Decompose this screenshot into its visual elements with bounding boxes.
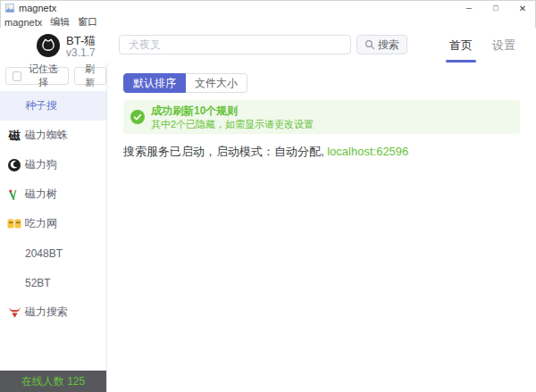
sidebar: 记住选择 刷新 种子搜 磁 磁力蜘蛛 磁力狗 xyxy=(0,63,107,392)
search-button[interactable]: 搜索 xyxy=(356,35,407,54)
tab-file-size[interactable]: 文件大小 xyxy=(186,73,247,93)
search-icon xyxy=(364,39,375,50)
online-count-bar: 在线人数 125 xyxy=(0,371,106,392)
sidebar-item-chili-wang[interactable]: 吃力网 xyxy=(0,209,106,238)
success-alert: 成功刷新10个规则 其中2个已隐藏，如需显示请更改设置 xyxy=(123,100,520,134)
magnet-tree-icon xyxy=(7,188,21,202)
sidebar-item-label: 磁力搜索 xyxy=(25,304,68,320)
sidebar-item-2048bt[interactable]: 2048BT xyxy=(0,238,106,268)
sidebar-item-zhongzisou[interactable]: 种子搜 xyxy=(0,91,106,121)
sidebar-item-label: 种子搜 xyxy=(25,98,57,113)
tab-default-sort[interactable]: 默认排序 xyxy=(123,73,186,93)
sidebar-item-label: 磁力树 xyxy=(25,187,57,202)
menu-item-edit[interactable]: 编辑 xyxy=(50,15,70,29)
online-count-label: 在线人数 125 xyxy=(21,374,85,389)
refresh-button[interactable]: 刷新 xyxy=(74,67,106,85)
menu-item-window[interactable]: 窗口 xyxy=(78,15,97,29)
success-check-icon xyxy=(130,110,145,124)
window-title: magnetx xyxy=(19,3,56,13)
titlebar: magnetx ─ □ ✕ xyxy=(0,0,536,16)
status-text: 搜索服务已启动，启动模式：自动分配, xyxy=(123,145,327,158)
tab-home[interactable]: 首页 xyxy=(440,28,482,63)
sidebar-item-label: 52BT xyxy=(25,277,51,289)
window-controls: ─ □ ✕ xyxy=(456,0,536,16)
localhost-link[interactable]: localhost:62596 xyxy=(327,145,408,158)
alert-description: 其中2个已隐藏，如需显示请更改设置 xyxy=(151,118,314,130)
app-window: magnetx ─ □ ✕ magnetx 编辑 窗口 BT-猫 v3.1.7 … xyxy=(0,0,536,392)
source-list: 种子搜 磁 磁力蜘蛛 磁力狗 磁力树 xyxy=(0,91,106,327)
sidebar-item-label: 吃力网 xyxy=(25,216,57,231)
minimize-button[interactable]: ─ xyxy=(456,0,482,16)
sidebar-item-cili-sousuo[interactable]: 磁力搜索 xyxy=(0,297,106,327)
service-status-line: 搜索服务已启动，启动模式：自动分配, localhost:62596 xyxy=(123,144,520,160)
close-button[interactable]: ✕ xyxy=(509,0,536,16)
chili-net-icon xyxy=(7,217,21,231)
sidebar-item-cili-zhizhu[interactable]: 磁 磁力蜘蛛 xyxy=(0,121,106,150)
main-content: 默认排序 文件大小 成功刷新10个规则 其中2个已隐藏，如需显示请更改设置 搜索… xyxy=(107,63,536,392)
menubar: magnetx 编辑 窗口 xyxy=(0,16,536,28)
remember-choice-label: 记住选择 xyxy=(25,63,61,89)
tab-settings[interactable]: 设置 xyxy=(482,28,525,63)
search-button-label: 搜索 xyxy=(378,38,399,53)
sidebar-item-label: 磁力狗 xyxy=(25,157,57,172)
sidebar-item-label: 磁力蜘蛛 xyxy=(25,128,68,143)
app-icon xyxy=(5,4,14,13)
magnet-spider-icon: 磁 xyxy=(7,129,21,143)
maximize-button[interactable]: □ xyxy=(482,0,509,16)
alert-title: 成功刷新10个规则 xyxy=(151,104,314,118)
header: BT-猫 v3.1.7 搜索 首页 设置 xyxy=(0,28,536,63)
magnet-dog-icon xyxy=(7,158,21,172)
search-input[interactable] xyxy=(119,35,351,54)
sort-tab-group: 默认排序 文件大小 xyxy=(123,73,520,93)
sidebar-item-cili-gou[interactable]: 磁力狗 xyxy=(0,150,106,179)
sidebar-item-label: 2048BT xyxy=(25,247,63,260)
remember-choice-button[interactable]: 记住选择 xyxy=(5,67,69,85)
menu-item-magnetx[interactable]: magnetx xyxy=(4,17,42,28)
magnet-bull-icon xyxy=(7,305,21,320)
sidebar-item-cili-shu[interactable]: 磁力树 xyxy=(0,179,106,209)
sidebar-item-52bt[interactable]: 52BT xyxy=(0,268,106,297)
cat-logo-icon xyxy=(37,34,60,61)
app-version: v3.1.7 xyxy=(66,46,96,59)
alert-texts: 成功刷新10个规则 其中2个已隐藏，如需显示请更改设置 xyxy=(151,104,314,130)
remember-choice-checkbox[interactable] xyxy=(13,71,21,81)
sidebar-controls: 记住选择 刷新 xyxy=(0,63,106,89)
header-nav: 首页 设置 xyxy=(440,28,525,63)
